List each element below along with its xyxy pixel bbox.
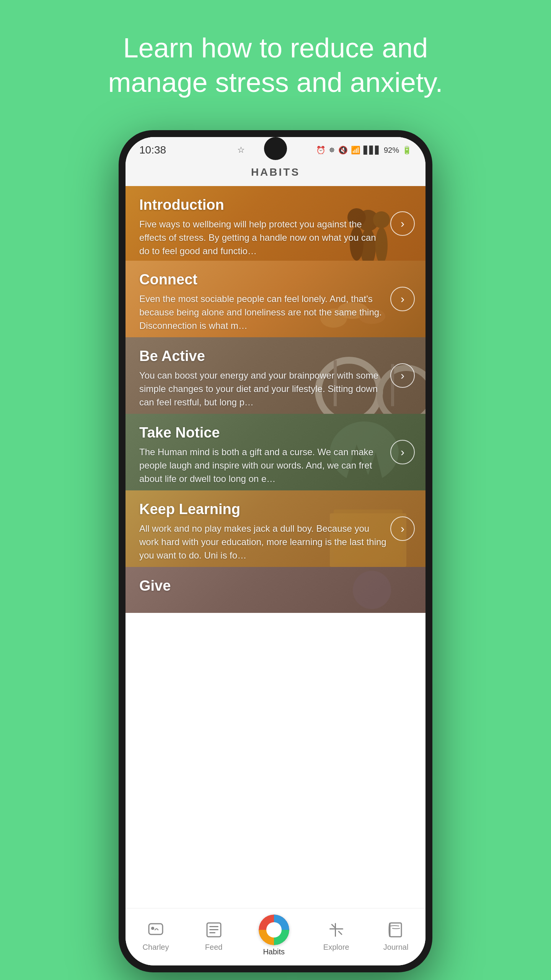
svg-rect-27 <box>338 931 342 935</box>
status-time: 10:38 <box>139 144 166 156</box>
card-keep-learning-title: Keep Learning <box>139 501 387 518</box>
svg-rect-19 <box>209 926 218 927</box>
nav-label-explore: Explore <box>323 943 349 952</box>
status-signal-icon: ▋▋▋ <box>364 145 381 155</box>
nav-item-explore[interactable]: Explore <box>323 919 349 952</box>
card-keep-learning-desc: All work and no play makes jack a dull b… <box>139 522 387 562</box>
svg-point-23 <box>266 922 282 938</box>
card-take-notice-title: Take Notice <box>139 425 387 441</box>
status-bluetooth-icon: ✵ <box>329 145 335 155</box>
card-take-notice-arrow[interactable]: › <box>390 440 415 464</box>
charley-icon <box>145 919 166 941</box>
status-alarm-icon: ⏰ <box>316 145 326 155</box>
card-be-active[interactable]: Be Active You can boost your energy and … <box>126 337 425 414</box>
svg-rect-20 <box>209 929 218 930</box>
app-header: HABITS <box>126 160 425 186</box>
page-title: HABITS <box>126 166 425 178</box>
card-give[interactable]: Give <box>126 567 425 613</box>
card-take-notice-desc: The Human mind is both a gift and a curs… <box>139 446 387 485</box>
nav-label-feed: Feed <box>205 943 223 952</box>
svg-rect-21 <box>209 932 215 933</box>
card-be-active-desc: You can boost your energy and your brain… <box>139 369 387 409</box>
status-battery-icon: 🔋 <box>402 145 412 155</box>
phone-notch <box>264 137 287 160</box>
status-wifi-icon2: 📶 <box>351 145 360 155</box>
nav-label-charley: Charley <box>143 943 169 952</box>
card-introduction-arrow[interactable]: › <box>390 211 415 236</box>
card-give-content: Give <box>126 567 425 609</box>
card-be-active-title: Be Active <box>139 348 387 364</box>
card-give-title: Give <box>139 578 387 594</box>
habits-list: Introduction Five ways to wellbeing will… <box>126 186 425 908</box>
svg-rect-28 <box>390 923 401 937</box>
card-be-active-arrow[interactable]: › <box>390 363 415 388</box>
card-introduction-title: Introduction <box>139 197 387 213</box>
nav-item-journal[interactable]: Journal <box>383 919 409 952</box>
nav-label-habits: Habits <box>263 947 285 956</box>
card-keep-learning-content: Keep Learning All work and no play makes… <box>126 490 425 567</box>
nav-item-feed[interactable]: Feed <box>203 919 225 952</box>
svg-rect-25 <box>329 928 343 929</box>
card-connect-arrow[interactable]: › <box>390 287 415 311</box>
card-take-notice[interactable]: Take Notice The Human mind is both a gif… <box>126 414 425 490</box>
status-wifi-icon: ☆ <box>237 145 245 155</box>
headline: Learn how to reduce andmanage stress and… <box>77 31 473 100</box>
svg-rect-24 <box>335 923 336 937</box>
svg-point-17 <box>151 927 154 930</box>
card-connect-title: Connect <box>139 271 387 288</box>
card-keep-learning[interactable]: Keep Learning All work and no play makes… <box>126 490 425 567</box>
journal-icon <box>385 919 407 941</box>
feed-icon <box>203 919 225 941</box>
nav-label-journal: Journal <box>383 943 409 952</box>
status-battery-text: 92% <box>384 146 399 155</box>
card-connect-content: Connect Even the most sociable people ca… <box>126 261 425 337</box>
nav-item-charley[interactable]: Charley <box>143 919 169 952</box>
card-connect-desc: Even the most sociable people can feel l… <box>139 292 387 332</box>
nav-item-habits[interactable]: Habits <box>259 915 289 956</box>
card-introduction-desc: Five ways to wellbeing will help protect… <box>139 218 387 258</box>
status-mute-icon: 🔇 <box>338 145 348 155</box>
card-introduction-content: Introduction Five ways to wellbeing will… <box>126 186 425 261</box>
habits-icon <box>259 915 289 945</box>
bottom-nav: Charley Feed <box>126 908 425 965</box>
explore-icon <box>326 919 347 941</box>
phone-mockup: 10:38 ☆ ⏰ ✵ 🔇 📶 ▋▋▋ 92% 🔋 HABITS <box>119 130 432 972</box>
card-keep-learning-arrow[interactable]: › <box>390 516 415 541</box>
card-take-notice-content: Take Notice The Human mind is both a gif… <box>126 414 425 490</box>
card-connect[interactable]: Connect Even the most sociable people ca… <box>126 261 425 337</box>
status-icons: ⏰ ✵ 🔇 📶 ▋▋▋ 92% 🔋 <box>316 145 412 155</box>
card-introduction[interactable]: Introduction Five ways to wellbeing will… <box>126 186 425 261</box>
card-be-active-content: Be Active You can boost your energy and … <box>126 337 425 414</box>
